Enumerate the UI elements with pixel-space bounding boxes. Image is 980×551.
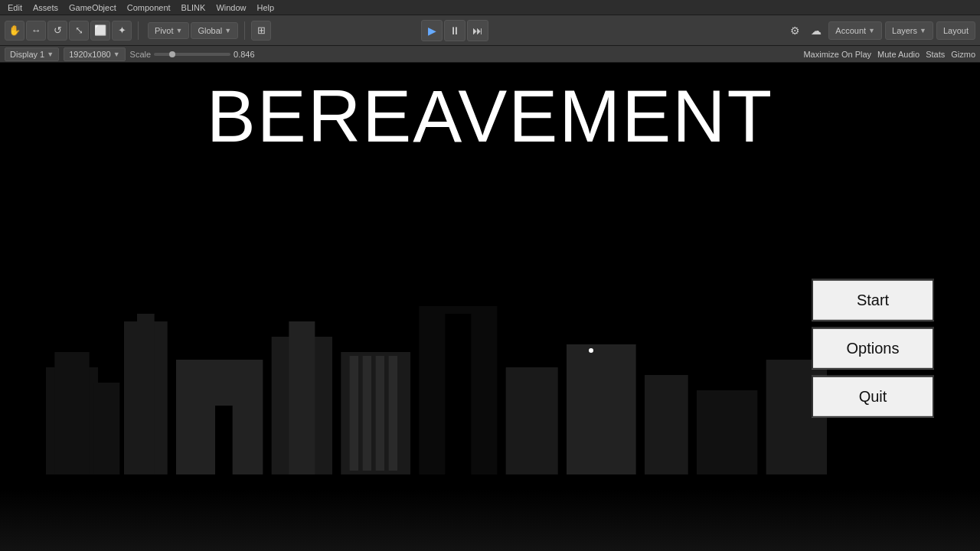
display-dropdown[interactable]: Display 1 ▼ bbox=[5, 47, 59, 61]
quit-button[interactable]: Quit bbox=[812, 376, 934, 418]
layout-button[interactable]: Layout bbox=[936, 21, 975, 40]
menu-help[interactable]: Help bbox=[253, 2, 279, 14]
pause-button[interactable]: ⏸ bbox=[444, 20, 466, 41]
resolution-dropdown[interactable]: 1920x1080 ▼ bbox=[64, 47, 125, 61]
rotate-tool[interactable]: ↺ bbox=[47, 21, 67, 41]
options-button[interactable]: Options bbox=[812, 328, 934, 370]
svg-rect-15 bbox=[445, 314, 471, 474]
layers-button[interactable]: Layers ▼ bbox=[885, 21, 933, 40]
svg-rect-8 bbox=[289, 321, 315, 474]
separator-1 bbox=[138, 21, 139, 40]
account-dropdown-arrow: ▼ bbox=[868, 27, 875, 34]
scale-tool[interactable]: ⤡ bbox=[69, 21, 89, 41]
scale-thumb bbox=[169, 51, 175, 57]
menu-window[interactable]: Window bbox=[211, 2, 250, 14]
cloud-icon[interactable]: ☁ bbox=[807, 21, 825, 40]
svg-rect-16 bbox=[506, 367, 558, 474]
maximize-btn[interactable]: Maximize On Play bbox=[803, 50, 871, 59]
game-toolbar: Display 1 ▼ 1920x1080 ▼ Scale 0.846 Maxi… bbox=[0, 46, 980, 63]
transform-tools: ✋ ↔ ↺ ⤡ ⬜ ✦ bbox=[5, 21, 132, 41]
scene-silhouette bbox=[46, 306, 827, 474]
resolution-arrow: ▼ bbox=[113, 51, 120, 58]
menu-gameobject[interactable]: GameObject bbox=[64, 2, 121, 14]
start-button[interactable]: Start bbox=[812, 279, 934, 321]
move-tool[interactable]: ↔ bbox=[26, 21, 46, 41]
pivot-global-group: Pivot ▼ Global ▼ bbox=[148, 22, 238, 39]
display-label: Display 1 bbox=[10, 50, 44, 59]
play-controls: ▶ ⏸ ⏭ bbox=[421, 20, 488, 41]
play-button[interactable]: ▶ bbox=[421, 20, 443, 41]
svg-rect-18 bbox=[645, 375, 688, 474]
stats-btn[interactable]: Stats bbox=[926, 50, 945, 59]
display-arrow: ▼ bbox=[47, 51, 54, 58]
main-toolbar: ✋ ↔ ↺ ⤡ ⬜ ✦ Pivot ▼ Global ▼ ⊞ ▶ ⏸ ⏭ ⚙ ☁… bbox=[0, 15, 980, 46]
pivot-label: Pivot bbox=[155, 26, 173, 35]
global-button[interactable]: Global ▼ bbox=[191, 22, 238, 39]
separator-2 bbox=[244, 21, 245, 40]
rect-tool[interactable]: ⬜ bbox=[90, 21, 110, 41]
hand-tool[interactable]: ✋ bbox=[5, 21, 24, 41]
game-title: BEREAVEMENT bbox=[207, 74, 773, 158]
svg-rect-17 bbox=[567, 344, 636, 474]
menu-component[interactable]: Component bbox=[122, 2, 175, 14]
scale-slider[interactable] bbox=[154, 53, 230, 56]
svg-rect-19 bbox=[697, 390, 757, 474]
scale-container: Scale 0.846 bbox=[130, 50, 255, 59]
silhouette-svg bbox=[46, 306, 827, 474]
svg-rect-2 bbox=[93, 383, 119, 474]
account-button[interactable]: Account ▼ bbox=[828, 21, 882, 40]
global-dropdown-arrow: ▼ bbox=[224, 27, 231, 34]
right-toolbar: ⚙ ☁ Account ▼ Layers ▼ Layout bbox=[786, 21, 975, 40]
mute-btn[interactable]: Mute Audio bbox=[877, 50, 920, 59]
main-content: BEREAVEMENT bbox=[0, 63, 980, 551]
layers-dropdown-arrow: ▼ bbox=[920, 27, 926, 34]
layers-label: Layers bbox=[892, 26, 917, 35]
scale-value: 0.846 bbox=[234, 50, 255, 59]
game-menu: Start Options Quit bbox=[812, 279, 934, 418]
gear-icon[interactable]: ⚙ bbox=[786, 21, 804, 40]
svg-rect-1 bbox=[54, 352, 89, 474]
pivot-button[interactable]: Pivot ▼ bbox=[148, 22, 189, 39]
resolution-label: 1920x1080 bbox=[69, 50, 110, 59]
global-label: Global bbox=[198, 26, 222, 35]
svg-rect-10 bbox=[350, 356, 358, 471]
extra-tool[interactable]: ⊞ bbox=[251, 21, 271, 41]
svg-rect-11 bbox=[363, 356, 371, 471]
pivot-dropdown-arrow: ▼ bbox=[175, 27, 182, 34]
svg-rect-4 bbox=[137, 314, 155, 474]
svg-rect-13 bbox=[389, 356, 397, 471]
step-button[interactable]: ⏭ bbox=[467, 20, 488, 41]
menu-bar: Edit Assets GameObject Component BLINK W… bbox=[0, 0, 980, 15]
gizmo-btn[interactable]: Gizmo bbox=[951, 50, 975, 59]
menu-edit[interactable]: Edit bbox=[3, 2, 27, 14]
account-label: Account bbox=[835, 26, 866, 35]
scale-label: Scale bbox=[130, 50, 152, 59]
menu-blink[interactable]: BLINK bbox=[177, 2, 211, 14]
right-game-controls: Maximize On Play Mute Audio Stats Gizmo bbox=[803, 50, 975, 59]
svg-rect-12 bbox=[376, 356, 384, 471]
game-viewport: BEREAVEMENT bbox=[0, 63, 980, 551]
ground-fog bbox=[0, 490, 980, 551]
menu-assets[interactable]: Assets bbox=[28, 2, 63, 14]
layout-label: Layout bbox=[943, 26, 969, 35]
svg-rect-6 bbox=[215, 406, 233, 474]
multi-tool[interactable]: ✦ bbox=[112, 21, 132, 41]
